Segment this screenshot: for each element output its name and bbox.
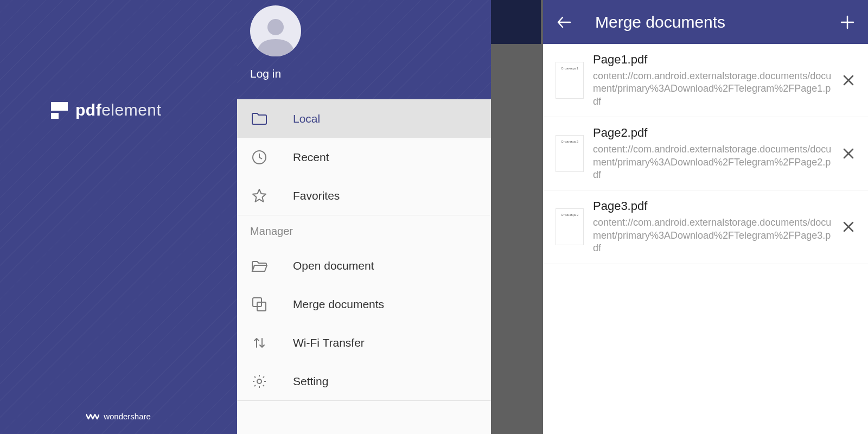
merge-row[interactable]: Страница 2 Page2.pdf content://com.andro… — [543, 117, 868, 190]
folder-open-icon — [251, 259, 268, 272]
sidebar-item-merge-documents[interactable]: Merge documents — [237, 285, 491, 323]
merge-list: Страница 1 Page1.pdf content://com.andro… — [543, 44, 868, 264]
login-link[interactable]: Log in — [250, 67, 478, 80]
brand-footer-text: wondershare — [104, 412, 151, 421]
clock-icon — [251, 150, 268, 165]
close-icon[interactable] — [842, 74, 855, 87]
sidebar-item-recent[interactable]: Recent — [237, 138, 491, 176]
sidebar-item-label: Favorites — [293, 189, 340, 202]
svg-rect-1 — [51, 113, 59, 119]
pdf-thumbnail: Страница 3 — [556, 209, 583, 245]
merge-item-name: Page2.pdf — [593, 126, 832, 140]
appbar: Merge documents — [543, 0, 868, 44]
sidebar-item-label: Local — [293, 112, 320, 125]
brand-name: pdfelement — [75, 101, 161, 119]
gear-icon — [251, 374, 268, 389]
merge-row[interactable]: Страница 3 Page3.pdf content://com.andro… — [543, 190, 868, 264]
brand-panel: pdfelement wondershare — [0, 0, 237, 434]
star-icon — [251, 188, 268, 203]
merge-item-name: Page1.pdf — [593, 53, 832, 67]
merge-icon — [251, 297, 268, 312]
brand-name-bold: pdf — [75, 101, 101, 119]
merge-panel: Merge documents Страница 1 Page1.pdf con… — [541, 0, 868, 434]
pdf-thumbnail: Страница 2 — [556, 136, 583, 171]
brand-logo: pdfelement — [51, 101, 161, 119]
merge-item-path: content://com.android.externalstorage.do… — [593, 143, 832, 181]
drawer-header: Log in — [237, 0, 491, 99]
back-arrow-icon[interactable] — [556, 14, 572, 30]
merge-item-name: Page3.pdf — [593, 199, 832, 213]
close-icon[interactable] — [842, 220, 855, 233]
person-icon — [250, 13, 301, 56]
sidebar-item-wifi-transfer[interactable]: Wi-Fi Transfer — [237, 323, 491, 362]
sidebar-item-label: Open document — [293, 259, 374, 272]
avatar[interactable] — [250, 5, 301, 56]
sidebar-item-local[interactable]: Local — [237, 99, 491, 138]
wondershare-logo-icon — [86, 412, 99, 421]
brand-footer: wondershare — [0, 412, 237, 421]
sidebar-item-label: Setting — [293, 375, 328, 388]
drawer-panel: Log in Local Recent Fa — [237, 0, 541, 434]
transfer-icon — [251, 335, 268, 350]
merge-item-path: content://com.android.externalstorage.do… — [593, 216, 832, 254]
svg-rect-0 — [51, 102, 68, 111]
svg-point-6 — [257, 379, 261, 384]
close-icon[interactable] — [842, 147, 855, 160]
sidebar-item-label: Merge documents — [293, 298, 384, 311]
section-header-manager: Manager — [237, 215, 491, 246]
sidebar-item-label: Recent — [293, 151, 329, 164]
drawer: Log in Local Recent Fa — [237, 0, 491, 434]
pdf-thumbnail: Страница 1 — [556, 62, 583, 98]
sidebar-item-open-document[interactable]: Open document — [237, 246, 491, 285]
pdfelement-logo-icon — [51, 102, 68, 119]
underlying-appbar — [491, 0, 541, 44]
appbar-title: Merge documents — [595, 13, 840, 31]
divider — [237, 400, 491, 401]
sidebar-item-setting[interactable]: Setting — [237, 362, 491, 400]
merge-row[interactable]: Страница 1 Page1.pdf content://com.andro… — [543, 44, 868, 117]
brand-name-light: element — [101, 101, 161, 119]
drawer-scrim[interactable] — [491, 0, 541, 434]
svg-point-2 — [267, 19, 284, 35]
sidebar-item-label: Wi-Fi Transfer — [293, 336, 365, 349]
plus-icon[interactable] — [840, 15, 855, 30]
folder-icon — [251, 112, 268, 125]
sidebar-item-favorites[interactable]: Favorites — [237, 176, 491, 215]
merge-item-path: content://com.android.externalstorage.do… — [593, 70, 832, 108]
